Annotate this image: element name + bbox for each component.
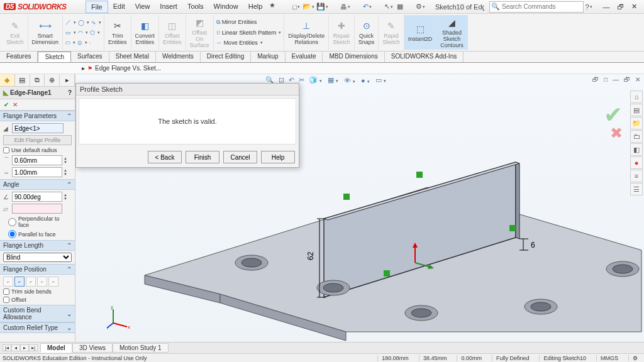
pm-tab-config[interactable]: ▤ (15, 74, 30, 86)
maximize-button[interactable]: 🗗 (614, 2, 626, 12)
crumb-item[interactable]: Edge Flange Vs. Sket... (95, 65, 161, 72)
menu-pin-icon[interactable]: ★ (267, 1, 277, 11)
section-flange-length[interactable]: Flange Length⌃ (0, 240, 75, 251)
trim-entities[interactable]: ✂Trim Entities (104, 15, 131, 50)
section-custom-relief[interactable]: Custom Relief Type⌄ (0, 322, 75, 333)
feature-title: ◣ Edge-Flange1 ? (0, 87, 75, 99)
offset-check[interactable] (3, 297, 9, 303)
pattern-tools[interactable]: ⧉Mirror Entities ⁝⁝Linear Sketch Pattern… (214, 15, 285, 50)
angle-icon: ∠ (3, 194, 11, 200)
use-default-radius-check[interactable] (3, 147, 9, 153)
minimize-button[interactable]: — (600, 2, 613, 12)
tab-motion[interactable]: Motion Study 1 (113, 343, 169, 353)
angle-spinner[interactable]: ▲▼ (64, 193, 67, 200)
quick-snaps[interactable]: ⊙Quick Snaps (355, 15, 379, 50)
section-flange-position[interactable]: Flange Position⌃ (0, 264, 75, 275)
tab-3dviews[interactable]: 3D Views (72, 343, 113, 353)
save-icon[interactable]: 💾▾ (318, 2, 328, 12)
convert-entities[interactable]: ◧Convert Entities (131, 15, 160, 50)
edge-selection[interactable] (12, 123, 64, 133)
pm-tab-more[interactable]: ▸ (60, 74, 75, 86)
menu-insert[interactable]: Insert (155, 1, 182, 13)
print-icon[interactable]: 🖶▾ (340, 2, 350, 12)
crumb-expand-icon[interactable]: ▸ (82, 65, 85, 72)
help-icon[interactable]: ?▾ (584, 2, 594, 12)
profile-sketch-dialog: Profile Sketch The sketch is valid. < Ba… (75, 83, 299, 168)
search-commands[interactable]: 🔍 (489, 1, 584, 13)
gap-spinner[interactable]: ▲▼ (64, 168, 67, 176)
dialog-back-button[interactable]: < Back (148, 151, 182, 163)
tab-markup[interactable]: Markup (251, 52, 285, 62)
pm-tab-other[interactable]: ⊕ (45, 74, 60, 86)
tab-addins[interactable]: SOLIDWORKS Add-Ins (385, 52, 464, 62)
search-icon: 🔍 (491, 3, 500, 11)
flange-position-icons[interactable]: ⌐⌐⌐⌐⌐ (3, 277, 72, 287)
flange-length-type[interactable]: Blind (3, 253, 72, 262)
pm-help-icon[interactable]: ? (68, 89, 72, 96)
status-more-icon[interactable]: ⚙ (628, 355, 641, 361)
sketch-shapes[interactable]: ／▾ ◯▾ ∿▾ ▭▾ ◠▾ ⬠▾ ⬭▾ ⊙▾ · (63, 15, 104, 50)
dialog-finish-button[interactable]: Finish (186, 151, 219, 163)
menu-edit[interactable]: Edit (108, 1, 130, 13)
menu-view[interactable]: View (130, 1, 155, 13)
parallel-radio[interactable] (8, 230, 16, 238)
smart-dimension[interactable]: ⟷Smart Dimension (28, 15, 64, 50)
tab-weldments[interactable]: Weldments (156, 52, 201, 62)
svg-point-7 (242, 258, 262, 267)
dialog-cancel-button[interactable]: Cancel (223, 151, 257, 163)
rebuild-icon[interactable]: ▦ (397, 2, 403, 12)
pm-tab-feature[interactable]: ◆ (0, 74, 15, 86)
instant2d[interactable]: ⬚Instant2D (404, 15, 437, 50)
tab-surfaces[interactable]: Surfaces (71, 52, 109, 62)
offset-entities[interactable]: ◫Offset Entities (159, 15, 186, 50)
new-file-icon[interactable]: □▾ (292, 2, 300, 12)
tab-sheetmetal[interactable]: Sheet Metal (109, 52, 156, 62)
shaded-sketch-contours[interactable]: ◢Shaded Sketch Contours (436, 15, 468, 50)
menu-file[interactable]: File (86, 1, 108, 13)
tab-mbd[interactable]: MBD Dimensions (323, 52, 384, 62)
angle-face-input[interactable] (12, 204, 62, 214)
tab-directedit[interactable]: Direct Editing (201, 52, 251, 62)
graphics-viewport[interactable]: 🔍⊡↶ ✂🧊▾ ▦▾👁▾ ●▾▭▾ 🗗 □ — 🗗 ✕ ✔ ✖ ⌂▤📁 🗀◧ ●… (75, 74, 644, 342)
close-button[interactable]: ✕ (628, 2, 640, 12)
pm-tab-display[interactable]: ⧉ (30, 74, 45, 86)
perp-radio[interactable] (8, 218, 16, 226)
status-units[interactable]: MMGS (596, 355, 622, 361)
tab-features[interactable]: Features (0, 52, 38, 62)
rapid-sketch[interactable]: ✎Rapid Sketch (379, 15, 404, 50)
select-icon[interactable]: ↖▾ (384, 2, 393, 12)
undo-icon[interactable]: ↶▾ (363, 2, 372, 12)
angle-input[interactable] (12, 192, 62, 202)
menu-tools[interactable]: Tools (182, 1, 209, 13)
view-triad[interactable]: y x z (107, 304, 132, 329)
radius-spinner[interactable]: ▲▼ (64, 156, 67, 164)
flange-icon: ◣ (3, 89, 8, 97)
search-input[interactable] (502, 3, 582, 10)
svg-point-13 (531, 302, 551, 311)
section-angle[interactable]: Angle⌃ (0, 179, 75, 190)
status-z: 0.00mm (457, 355, 486, 361)
cancel-button[interactable]: ✕ (13, 101, 18, 108)
tab-model[interactable]: Model (40, 343, 72, 353)
radius-input[interactable] (12, 155, 62, 165)
ok-button[interactable]: ✔ (4, 101, 9, 108)
section-custom-bend[interactable]: Custom Bend Allowance⌄ (0, 305, 75, 322)
edit-flange-profile-button[interactable]: Edit Flange Profile (3, 135, 72, 145)
open-file-icon[interactable]: 📂▾ (304, 2, 314, 12)
dialog-help-button[interactable]: Help (261, 151, 295, 163)
part-icon: ⚑ (87, 65, 92, 72)
tab-sketch[interactable]: Sketch (38, 52, 71, 62)
gap-input[interactable] (12, 167, 62, 177)
section-flange-params[interactable]: Flange Parameters⌃ (0, 111, 75, 121)
svg-line-34 (113, 323, 127, 327)
menu-bar: File Edit View Insert Tools Window Help … (86, 1, 277, 13)
menu-help[interactable]: Help (243, 1, 268, 13)
trim-side-check[interactable] (3, 288, 9, 295)
options-icon[interactable]: ⚙▾ (416, 2, 425, 12)
display-delete-relations[interactable]: ⊥Display/Delete Relations (284, 15, 329, 50)
tab-nav[interactable]: |◂◂▸▸| (3, 344, 38, 351)
menu-window[interactable]: Window (209, 1, 243, 13)
exit-sketch[interactable]: ✎Exit Sketch (3, 15, 28, 50)
tab-evaluate[interactable]: Evaluate (286, 52, 323, 62)
repair-sketch[interactable]: ✚Repair Sketch (329, 15, 355, 50)
